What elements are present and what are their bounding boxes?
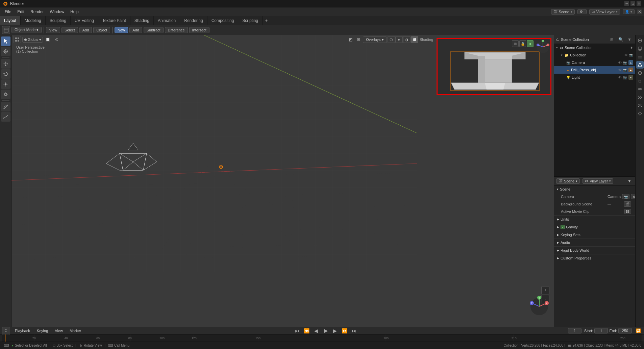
world-props-tab[interactable] <box>636 69 644 77</box>
viewport-icon[interactable] <box>2 26 10 34</box>
scale-tool-button[interactable] <box>1 79 10 89</box>
output-props-tab[interactable] <box>636 45 644 52</box>
active-clip-select-btn[interactable]: 🎞 <box>624 209 631 214</box>
add-workspace-button[interactable]: + <box>263 17 270 24</box>
add-button[interactable]: Add <box>129 27 142 33</box>
gravity-section-header[interactable]: ▶ ✓ Gravity <box>554 223 635 231</box>
render-engine-btn[interactable]: ⚙ <box>577 9 587 14</box>
bg-scene-select-btn[interactable]: 🎬 <box>624 201 631 207</box>
object-menu[interactable]: Object <box>93 27 110 33</box>
drill-render-icon[interactable]: 📷 <box>623 68 627 72</box>
render-props-tab[interactable] <box>636 37 644 44</box>
material-shading-btn[interactable]: ◑ <box>403 36 411 43</box>
end-frame-input[interactable] <box>618 328 632 333</box>
tab-shading[interactable]: Shading <box>130 16 154 25</box>
light-visibility-icon[interactable]: 👁 <box>618 76 622 79</box>
tab-modeling[interactable]: Modeling <box>21 16 46 25</box>
outliner-filter2-icon[interactable]: ▼ <box>626 36 633 43</box>
cursor-tool-button[interactable] <box>1 47 10 56</box>
collection-visibility-icon[interactable]: 👁 <box>624 53 628 57</box>
gravity-checkbox[interactable]: ✓ <box>561 225 565 229</box>
start-frame-input[interactable] <box>594 328 608 333</box>
global-transform-dropdown[interactable]: ⊕ Global ▾ <box>22 37 43 43</box>
select-tool-button[interactable] <box>1 36 10 46</box>
move-tool-button[interactable] <box>1 59 10 69</box>
tab-sculpting[interactable]: Sculpting <box>46 16 71 25</box>
difference-button[interactable]: Difference <box>165 27 188 33</box>
outliner-scene-collection[interactable]: ▾ 🗂 Scene Collection 👁 <box>554 44 635 51</box>
next-keyframe-btn[interactable]: ⏩ <box>341 327 348 334</box>
outliner-filter-icon[interactable]: ⊞ <box>608 36 616 43</box>
select-menu[interactable]: Select <box>61 27 78 33</box>
viewport-display-icon[interactable]: ⊞ <box>355 36 362 43</box>
jump-end-btn[interactable]: ⏭ <box>351 327 357 334</box>
proportional-edit-icon[interactable]: ⊙ <box>53 36 60 43</box>
view-menu[interactable]: View <box>46 27 60 33</box>
next-frame-btn[interactable]: ▶ <box>332 327 339 334</box>
camera-ortho-btn[interactable]: ⊞ <box>512 40 519 47</box>
user-dropdown[interactable]: 👤 ▾ <box>623 9 635 14</box>
object-mode-dropdown[interactable]: Object Mode ▾ <box>11 27 42 33</box>
annotate-tool-button[interactable] <box>1 102 10 111</box>
prev-keyframe-btn[interactable]: ⏪ <box>303 327 310 334</box>
light-render-icon[interactable]: 📷 <box>623 76 627 79</box>
tab-scripting[interactable]: Scripting <box>238 16 263 25</box>
outliner-search-icon[interactable]: 🔍 <box>617 36 624 43</box>
transform-snap-icon[interactable]: 🔲 <box>44 36 52 43</box>
minimize-button[interactable]: ─ <box>624 1 629 6</box>
prev-frame-btn[interactable]: ◀ <box>313 327 320 334</box>
tab-texture-paint[interactable]: Texture Paint <box>98 16 130 25</box>
modifiers-tab[interactable] <box>636 94 644 101</box>
play-btn[interactable]: ▶ <box>322 327 329 334</box>
units-section-header[interactable]: ▶ Units <box>554 216 635 223</box>
subtract-button[interactable]: Subtract <box>144 27 164 33</box>
timeline-view-menu[interactable]: View <box>53 328 65 333</box>
tab-rendering[interactable]: Rendering <box>180 16 207 25</box>
menu-render[interactable]: Render <box>28 9 46 15</box>
transform-tool-button[interactable] <box>1 90 10 99</box>
new-button[interactable]: New <box>115 27 128 33</box>
tab-uv-editing[interactable]: UV Editing <box>71 16 98 25</box>
menu-file[interactable]: File <box>2 9 14 15</box>
rigid-body-section-header[interactable]: ▶ Rigid Body World <box>554 247 635 254</box>
zoom-in-btn[interactable]: + <box>541 286 549 294</box>
measure-tool-button[interactable] <box>1 112 10 122</box>
timeline-ruler[interactable]: 20 40 60 80 100 120 150 180 210 250 <box>2 334 642 342</box>
tab-layout[interactable]: Layout <box>0 16 21 25</box>
viewlayer-selector[interactable]: 🗂 View Layer ▾ <box>589 9 620 15</box>
menu-help[interactable]: Help <box>68 9 81 15</box>
camera-visibility-icon[interactable]: 👁 <box>618 61 622 65</box>
view-layer-props-tab[interactable] <box>636 53 644 60</box>
timeline-marker-menu[interactable]: Marker <box>68 328 83 333</box>
timeline-loop-icon[interactable]: 🔁 <box>635 327 642 334</box>
current-frame-input[interactable] <box>568 328 581 333</box>
timeline-keying-menu[interactable]: Keying <box>35 328 50 333</box>
custom-props-section-header[interactable]: ▶ Custom Properties <box>554 254 635 262</box>
object-props-tab[interactable] <box>636 77 644 85</box>
camera-active-btn[interactable]: ● <box>527 40 534 47</box>
outliner-camera[interactable]: 📷 Camera 👁 📷 ▲ <box>554 59 635 66</box>
close-button[interactable]: ✕ <box>637 1 641 6</box>
outliner-drill-press[interactable]: ▲ Drill_Press_obj 👁 📷 ▲ <box>554 66 635 74</box>
maximize-button[interactable]: □ <box>630 1 635 6</box>
audio-section-header[interactable]: ▶ Audio <box>554 239 635 246</box>
keying-sets-section-header[interactable]: ▶ Keying Sets <box>554 231 635 239</box>
overlays-button[interactable]: Overlays ▾ <box>363 36 387 43</box>
scene-selector[interactable]: 🎬 Scene ▾ <box>551 9 575 15</box>
timeline-body[interactable]: 20 40 60 80 100 120 150 180 210 250 <box>0 334 644 342</box>
timeline-type-icon[interactable]: ⏱ <box>2 327 10 335</box>
rotate-tool-button[interactable] <box>1 69 10 79</box>
outliner-light[interactable]: 💡 Light 👁 📷 ● <box>554 74 635 81</box>
statusbar-icon[interactable]: ⌨ <box>3 342 10 349</box>
close-viewport-btn[interactable]: ✕ <box>637 9 642 14</box>
timeline-playback-menu[interactable]: Playback <box>13 328 32 333</box>
constraints-tab[interactable] <box>636 85 644 93</box>
navigation-gizmo[interactable]: X Y Z <box>529 296 549 317</box>
camera-clear-btn[interactable]: ✕ <box>631 194 635 199</box>
tab-compositing[interactable]: Compositing <box>207 16 239 25</box>
tab-animation[interactable]: Animation <box>154 16 180 25</box>
add-menu[interactable]: Add <box>79 27 92 33</box>
viewlayer-props-selector[interactable]: 🗂 View Layer ▾ <box>583 178 613 184</box>
intersect-button[interactable]: Intersect <box>189 27 209 33</box>
outliner-collection[interactable]: ▾ 📁 Collection 👁 📷 <box>554 51 635 59</box>
